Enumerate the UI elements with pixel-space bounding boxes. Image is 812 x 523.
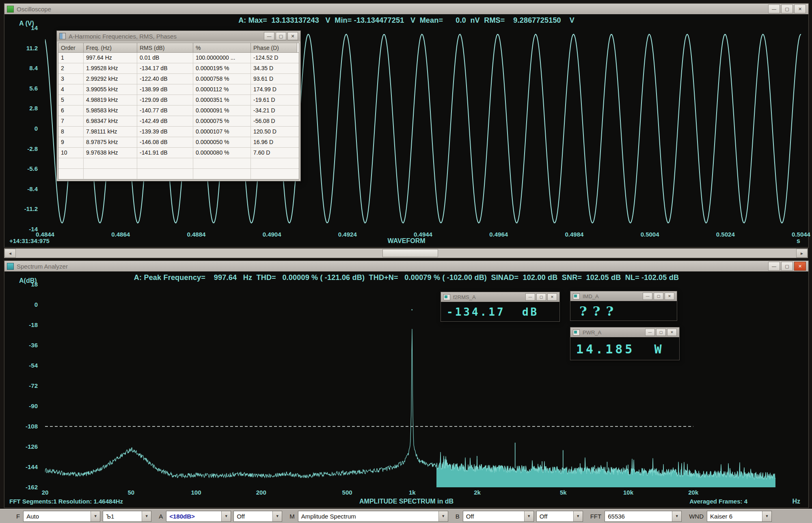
imd-close-button[interactable]: ✕: [665, 293, 674, 300]
table-cell: 3.99055 kHz: [84, 84, 137, 95]
dialog-maximize-button[interactable]: ▢: [276, 32, 286, 40]
table-cell: -134.17 dB: [137, 63, 193, 73]
oscilloscope-y-ticks: 1411.28.45.62.80-2.8-5.6-8.4-11.2-14: [4, 4, 42, 247]
spectrum-titlebar[interactable]: Spectrum Analyzer — ▢ ✕: [4, 261, 808, 271]
f2rms-maximize-button[interactable]: ▢: [536, 293, 546, 301]
table-cell: 7.98111 kHz: [84, 127, 137, 137]
table-row[interactable]: 54.98819 kHz-129.09 dB0.0000351 %-19.61 …: [58, 95, 299, 105]
table-row[interactable]: 43.99055 kHz-138.99 dB0.0000112 %174.99 …: [58, 84, 299, 95]
oscilloscope-titlebar[interactable]: Oscilloscope — ▢ ✕: [4, 4, 808, 14]
y-tick-label: -108: [26, 423, 38, 430]
dialog-close-button[interactable]: ✕: [287, 32, 298, 40]
y-tick-label: -126: [26, 443, 38, 450]
y-tick-label: -11.2: [24, 205, 38, 212]
chevron-down-icon[interactable]: ▼: [272, 511, 282, 521]
table-cell: 6.98347 kHz: [84, 116, 137, 126]
f-mode-combo[interactable]: Auto ▼: [23, 511, 100, 522]
table-cell: [58, 169, 84, 179]
pwr-minimize-button[interactable]: —: [645, 329, 655, 336]
table-cell: -56.08 D: [251, 116, 297, 126]
table-row[interactable]: 21.99528 kHz-134.17 dB0.0000195 %34.35 D: [58, 63, 299, 74]
table-row[interactable]: 76.98347 kHz-142.49 dB0.0000075 %-56.08 …: [58, 116, 299, 127]
table-cell: 4: [58, 84, 84, 95]
scrollbar-track[interactable]: [16, 249, 796, 258]
table-row[interactable]: 65.98583 kHz-140.77 dB0.0000091 %-34.21 …: [58, 105, 299, 116]
chevron-down-icon[interactable]: ▼: [438, 511, 448, 521]
chevron-down-icon[interactable]: ▼: [91, 511, 100, 521]
table-row[interactable]: 87.98111 kHz-139.39 dB0.0000107 %120.50 …: [58, 127, 299, 137]
table-row[interactable]: 32.99292 kHz-122.40 dB0.0000758 %93.61 D: [58, 74, 299, 84]
table-cell: 2: [58, 63, 84, 73]
imd-minimize-button[interactable]: —: [643, 293, 652, 300]
spectrum-analyzer-window: Spectrum Analyzer — ▢ ✕ A: Peak Frequenc…: [4, 260, 809, 508]
table-cell: [84, 158, 137, 168]
table-row[interactable]: 109.97638 kHz-141.91 dB0.0000080 %7.60 D: [58, 148, 299, 158]
maximize-button[interactable]: ▢: [781, 4, 793, 13]
averaged-frames-label: Averaged Frames: 4: [689, 498, 747, 505]
y-tick-label: 2.8: [29, 105, 38, 112]
x-tick-label: 2k: [459, 489, 496, 496]
table-cell: 0.0000195 %: [193, 63, 251, 73]
chevron-down-icon[interactable]: ▼: [573, 511, 583, 521]
chevron-down-icon[interactable]: ▼: [762, 511, 771, 521]
imd-titlebar[interactable]: IMD_A — ▢ ✕: [570, 291, 677, 301]
table-row[interactable]: [58, 169, 299, 179]
table-cell: 7.60 D: [251, 148, 297, 158]
chevron-down-icon[interactable]: ▼: [672, 511, 681, 521]
chevron-down-icon[interactable]: ▼: [221, 511, 231, 521]
table-cell: 16.96 D: [251, 137, 297, 147]
table-cell: 8.97875 kHz: [84, 137, 137, 147]
window-function-combo[interactable]: Kaiser 6 ▼: [707, 511, 772, 522]
horizontal-scrollbar[interactable]: ◄ ►: [4, 248, 808, 258]
table-cell: [58, 158, 84, 168]
scroll-right-icon[interactable]: ►: [796, 249, 808, 258]
table-cell: 0.01 dB: [137, 53, 193, 63]
x-tick-label: 20: [27, 489, 63, 496]
x-tick-label: 0.4984: [556, 231, 592, 238]
minimize-button[interactable]: —: [768, 4, 780, 13]
pwr-titlebar[interactable]: PWR_A — ▢ ✕: [570, 327, 679, 337]
trigger-source-combo[interactable]: Ъ1 ▼: [103, 511, 151, 522]
x-tick-label: 20k: [675, 489, 712, 496]
a-filter-combo[interactable]: Off ▼: [233, 511, 282, 522]
b-filter-combo[interactable]: Off ▼: [536, 511, 583, 522]
spectrum-y-ticks: 180-18-36-54-72-90-108-126-144-162: [4, 261, 42, 508]
spectrum-minimize-button[interactable]: —: [768, 262, 780, 271]
scrollbar-thumb[interactable]: [382, 249, 438, 257]
oscilloscope-stats: A: Max= 13.133137243 V Min= -13.13447725…: [4, 14, 808, 26]
b-channel-combo[interactable]: Off ▼: [463, 511, 534, 522]
pwr-maximize-button[interactable]: ▢: [656, 329, 666, 336]
harmonics-dialog-titlebar[interactable]: A-Harmonic Frequencies, RMS, Phases — ▢ …: [57, 31, 300, 41]
pwr-close-button[interactable]: ✕: [667, 329, 677, 336]
table-header-cell: Phase (D): [251, 43, 297, 52]
table-cell: 174.99 D: [251, 84, 297, 95]
spectrum-plot[interactable]: [45, 284, 801, 487]
imd-maximize-button[interactable]: ▢: [654, 293, 663, 300]
table-cell: [84, 169, 137, 179]
table-cell: 0.0000080 %: [193, 148, 251, 158]
a-range-combo[interactable]: <180dB> ▼: [166, 511, 231, 522]
y-tick-label: -5.6: [27, 165, 38, 172]
table-cell: 100.0000000 ...: [193, 53, 251, 63]
table-row[interactable]: 1997.64 Hz0.01 dB100.0000000 ...-124.52 …: [58, 53, 299, 63]
display-mode-combo[interactable]: Amplitude Spectrum ▼: [298, 511, 448, 522]
table-header-cell: RMS (dB): [137, 43, 193, 52]
chevron-down-icon[interactable]: ▼: [142, 511, 151, 521]
table-row[interactable]: 98.97875 kHz-146.08 dB0.0000050 %16.96 D: [58, 137, 299, 148]
close-button[interactable]: ✕: [794, 4, 806, 13]
table-cell: 4.98819 kHz: [84, 95, 137, 105]
scroll-left-icon[interactable]: ◄: [4, 249, 16, 258]
f2rms-titlebar[interactable]: f2RMS_A — ▢ ✕: [441, 292, 559, 302]
chevron-down-icon[interactable]: ▼: [524, 511, 533, 521]
dialog-minimize-button[interactable]: —: [264, 32, 274, 40]
x-tick-label: 100: [178, 489, 214, 496]
table-cell: 0.0000075 %: [193, 116, 251, 126]
f2rms-minimize-button[interactable]: —: [525, 293, 535, 301]
spectrum-close-button[interactable]: ✕: [794, 262, 806, 271]
spectrum-maximize-button[interactable]: ▢: [781, 262, 793, 271]
fft-size-combo[interactable]: 65536 ▼: [605, 511, 682, 522]
waveform-label: WAVEFORM: [4, 237, 808, 245]
table-row[interactable]: [58, 158, 299, 169]
f2rms-close-button[interactable]: ✕: [547, 293, 557, 301]
window-function-value: Kaiser 6: [707, 513, 762, 520]
